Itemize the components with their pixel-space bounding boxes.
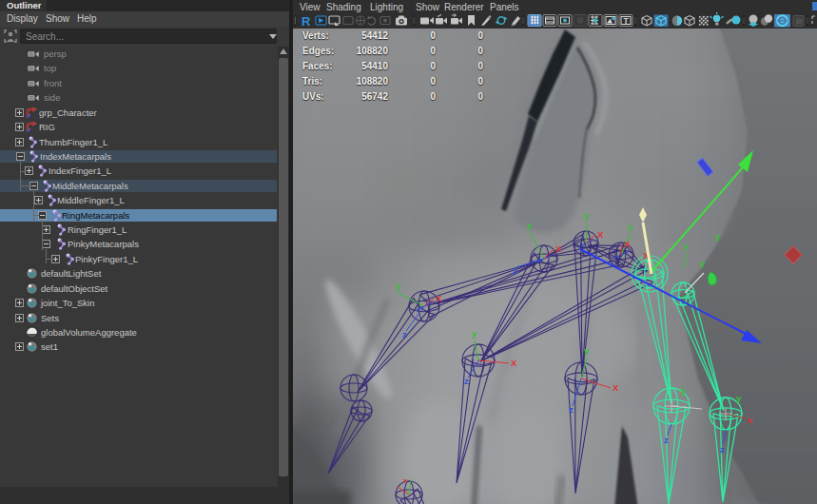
svg-text:y: y bbox=[472, 328, 477, 339]
svg-text:x: x bbox=[748, 415, 753, 425]
svg-text:T: T bbox=[624, 16, 630, 26]
svg-text:y: y bbox=[527, 220, 533, 230]
svg-text:X: X bbox=[613, 382, 619, 393]
svg-text:X: X bbox=[624, 239, 631, 249]
svg-text:y: y bbox=[396, 281, 401, 291]
svg-text:y: y bbox=[584, 210, 590, 221]
svg-text:R: R bbox=[302, 14, 311, 29]
svg-text:y: y bbox=[584, 345, 590, 356]
svg-text:x: x bbox=[403, 476, 408, 485]
svg-text:y: y bbox=[715, 231, 721, 242]
svg-text:y: y bbox=[700, 258, 706, 268]
svg-text:z: z bbox=[720, 444, 725, 455]
svg-text:z: z bbox=[402, 329, 407, 339]
svg-text:X: X bbox=[511, 358, 517, 368]
svg-text:y: y bbox=[628, 222, 633, 232]
svg-text:z: z bbox=[664, 435, 669, 445]
svg-text:X: X bbox=[436, 293, 442, 303]
svg-text:z: z bbox=[569, 404, 574, 415]
svg-text:X: X bbox=[597, 229, 604, 240]
svg-text:y: y bbox=[681, 385, 687, 396]
svg-text:X: X bbox=[555, 243, 562, 254]
svg-text:z: z bbox=[464, 376, 469, 386]
svg-text:y: y bbox=[683, 241, 689, 251]
svg-text:y: y bbox=[736, 393, 742, 403]
svg-text:z: z bbox=[513, 265, 517, 276]
